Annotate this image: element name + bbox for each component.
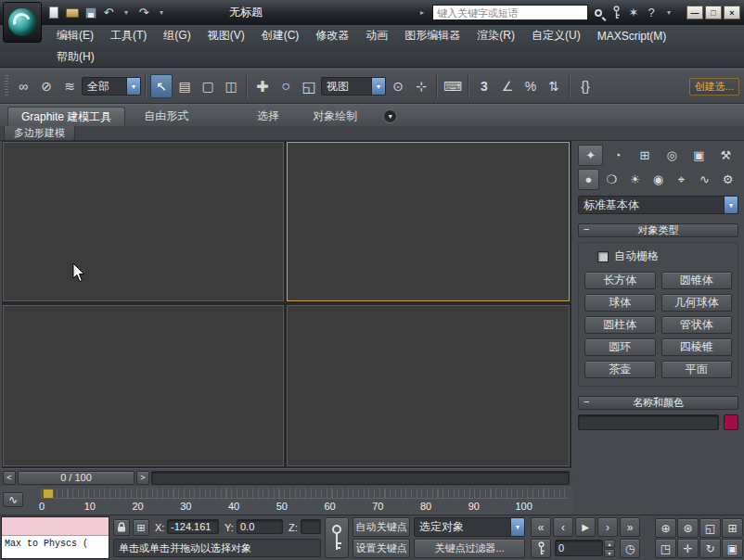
reference-coordinate-dropdown[interactable]: 视图 ▾ [321,77,386,95]
x-coordinate-input[interactable] [167,519,219,534]
zoom-extents-all-button[interactable]: ⊞ [722,518,743,538]
absolute-offset-mode-toggle[interactable]: ⊞ [133,519,149,536]
menu-animation[interactable]: 动画 [357,26,396,45]
tab-display[interactable]: ▣ [686,145,712,166]
new-scene-button[interactable] [46,4,61,22]
menu-views[interactable]: 视图(V) [199,26,253,45]
primitive-geosphere-button[interactable]: 几何球体 [661,294,733,312]
z-coordinate-input[interactable] [301,519,321,534]
viewport-bottom-right[interactable] [287,305,570,466]
category-geometry-button[interactable]: ● [578,169,599,190]
autogrid-checkbox[interactable] [597,251,609,262]
select-and-move-button[interactable]: ✚ [251,74,274,98]
zoom-extents-button[interactable]: ◱ [699,518,721,538]
menu-modifiers[interactable]: 修改器 [307,26,357,45]
3dsmax-logo[interactable] [3,2,42,43]
set-keys-button[interactable] [325,517,349,558]
close-button[interactable]: × [724,6,740,19]
undo-flyout-arrow[interactable]: ▾ [119,4,134,22]
spinner-snap-toggle[interactable]: ⇅ [543,74,565,98]
select-and-scale-button[interactable]: ◱ [298,74,320,98]
tab-freeform[interactable]: 自由形式 [131,107,201,126]
keyboard-override-toggle[interactable]: ⌨ [442,74,464,98]
help-button[interactable]: ? [644,4,659,22]
zoom-all-button[interactable]: ⊛ [677,518,699,538]
current-frame-input[interactable] [555,540,603,556]
tab-utilities[interactable]: ⚒ [713,145,738,166]
primitive-pyramid-button[interactable]: 四棱锥 [661,338,733,356]
create-selection-set-button[interactable]: 创建选... [689,78,739,95]
chevron-down-icon[interactable]: ▾ [371,78,385,95]
time-slider-track[interactable] [151,471,570,485]
select-and-link-button[interactable]: ∞ [12,74,34,98]
next-frame-arrow[interactable]: > [136,471,149,485]
help-flyout-arrow[interactable]: ▾ [661,4,676,22]
category-spacewarps-button[interactable]: ∿ [694,169,715,190]
spinner-down-button[interactable]: ▾ [604,549,615,557]
angle-snap-toggle[interactable]: ∠ [496,74,519,98]
primitive-category-dropdown[interactable]: 标准基本体 ▾ [578,196,738,214]
primitive-torus-button[interactable]: 圆环 [584,338,656,356]
menu-maxscript[interactable]: MAXScript(M) [589,28,675,45]
ribbon-minimize-button[interactable]: ▾ [383,109,397,123]
menu-customize[interactable]: 自定义(U) [523,26,589,45]
play-button[interactable]: ▶ [575,517,596,537]
go-to-start-button[interactable]: « [531,517,551,537]
toolbar-grip[interactable] [5,75,8,97]
maxscript-mini-listener[interactable]: Max to Physcs ( [1,516,109,559]
save-file-button[interactable] [83,4,98,22]
minimize-button[interactable]: — [686,6,703,19]
open-file-button[interactable] [64,4,81,22]
search-input[interactable] [432,5,588,20]
category-cameras-button[interactable]: ◉ [648,169,669,190]
select-and-manipulate-button[interactable]: ⊹ [410,74,432,98]
menu-group[interactable]: 组(G) [155,26,199,45]
maximize-button[interactable]: □ [705,6,722,19]
category-lights-button[interactable]: ☀ [624,169,646,190]
select-and-rotate-button[interactable]: ○ [275,74,297,98]
key-mode-toggle[interactable] [531,539,551,558]
unlink-selection-button[interactable]: ⊘ [35,74,58,98]
menu-help[interactable]: 帮助(H) [48,47,103,67]
named-selection-sets-button[interactable]: {} [574,74,596,98]
y-coordinate-input[interactable] [237,519,283,534]
primitive-teapot-button[interactable]: 茶壶 [584,361,656,378]
percent-snap-toggle[interactable]: % [520,74,542,98]
primitive-cylinder-button[interactable]: 圆柱体 [584,316,656,334]
object-name-input[interactable] [578,414,719,430]
next-frame-button[interactable]: › [597,517,618,537]
primitive-plane-button[interactable]: 平面 [661,361,733,378]
tab-motion[interactable]: ◎ [660,145,685,166]
use-pivot-center-button[interactable]: ⊙ [387,74,409,98]
chevron-down-icon[interactable]: ▾ [126,78,140,95]
menu-edit[interactable]: 编辑(E) [48,26,102,45]
go-to-end-button[interactable]: » [620,517,640,537]
rectangular-selection-button[interactable]: ▢ [197,74,219,98]
selection-lock-toggle[interactable] [113,519,130,536]
set-key-toggle[interactable]: 设置关键点 [353,539,410,558]
zoom-region-button[interactable]: ◳ [655,539,676,558]
spinner-up-button[interactable]: ▴ [604,540,615,548]
tab-polygon-modeling[interactable]: 多边形建模 [4,126,75,141]
primitive-tube-button[interactable]: 管状体 [661,316,733,334]
previous-frame-button[interactable]: ‹ [553,517,573,537]
auto-key-toggle[interactable]: 自动关键点 [353,517,410,537]
previous-frame-arrow[interactable]: < [3,471,16,485]
current-frame-marker[interactable] [43,489,54,499]
undo-button[interactable]: ↶ [101,4,116,22]
listener-pane[interactable]: Max to Physcs ( [2,536,109,558]
rollout-object-type[interactable]: − 对象类型 [578,223,738,237]
category-shapes-button[interactable]: ❍ [601,169,622,190]
bind-to-space-warp-button[interactable]: ≋ [58,74,81,98]
maximize-viewport-toggle[interactable]: ▣ [722,539,743,558]
tab-hierarchy[interactable]: ⊞ [632,145,657,166]
chevron-down-icon[interactable]: ▾ [510,518,524,536]
redo-button[interactable]: ↷ [136,4,151,22]
pan-button[interactable]: ✛ [677,539,699,558]
viewport-top-left[interactable] [3,142,284,301]
menu-tools[interactable]: 工具(T) [102,26,155,45]
key-filter-dropdown[interactable]: 选定对象 ▾ [414,517,525,537]
object-color-swatch[interactable] [724,414,738,430]
selection-filter-dropdown[interactable]: 全部 ▾ [82,77,141,95]
mini-curve-editor-button[interactable]: ∿ [3,492,23,507]
